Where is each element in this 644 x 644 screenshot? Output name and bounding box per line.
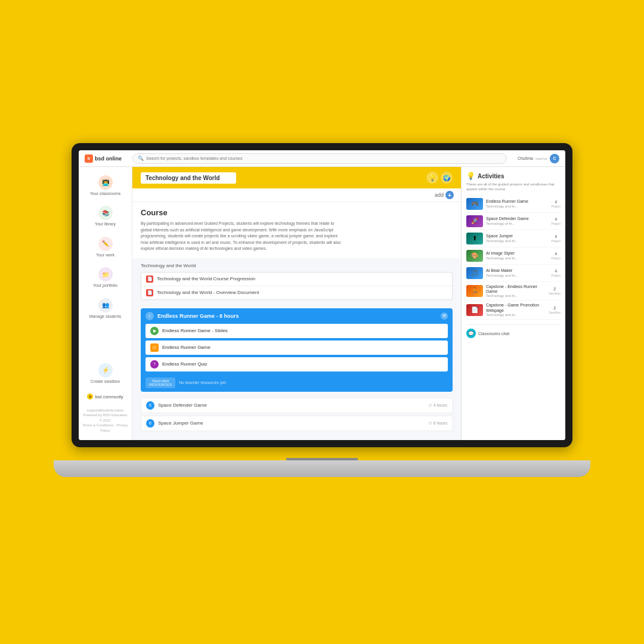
module-title: Endless Runner Game - 8 hours [157,313,437,319]
module-space-defender[interactable]: 6 Space Defender Game ⏱ 4 hours [141,398,453,413]
activity-info-3: AI Image Styler Technology and th... [486,251,548,259]
activity-name-0: Endless Runner Game [486,199,548,204]
work-avatar: ✏️ [98,237,113,251]
activity-info-5: Capstone - Endless Runner Game Technolog… [486,284,546,298]
community-label: bsd community [95,395,123,399]
activity-thumb-4: 🎵 [466,267,483,279]
students-avatar: 👥 [98,298,113,312]
badge-count-0: 4 [555,200,557,204]
top-navbar: b bsd online 🔍 Chutima teacher C [79,150,565,167]
course-item-overview[interactable]: 📄 Technology and the World - Overview Do… [141,286,452,299]
course-item-progression[interactable]: 📄 Technology and the World Course Progre… [141,273,452,286]
activity-badge-2: 4 Project [551,234,561,243]
activity-item-5[interactable]: 🏃 Capstone - Endless Runner Game Technol… [466,282,561,301]
module-close-button[interactable]: ✕ [441,312,448,320]
search-input[interactable] [146,156,501,160]
badge-count-3: 4 [555,252,557,256]
banner-icon-2: 🌍 [441,172,453,184]
activities-title: Activities [478,173,504,179]
user-avatar[interactable]: C [550,154,559,163]
activities-subtitle: These are all of the guided projects and… [466,182,561,192]
sidebar-footer: support@bsdeducation Powered by BSD Educ… [79,405,132,435]
module-items: ▶ Endless Runner Game - Slides ⊡ Endless… [141,324,453,375]
activity-name-5: Capstone - Endless Runner Game [486,284,546,295]
sidebar-item-sandbox[interactable]: ⚡ Create sandbox [79,360,132,388]
activity-item-1[interactable]: 🚀 Space Defender Game Technology of th..… [466,213,561,230]
sidebar-item-students[interactable]: 👥 Manage students [79,295,132,323]
main-layout: 👨‍💻 Your classrooms 📚 Your library ✏️ Yo… [79,167,565,440]
course-title-input[interactable] [141,172,236,184]
user-area: Chutima teacher C [518,154,559,163]
library-label: Your library [95,222,116,227]
activity-name-2: Space Jumper [486,234,548,239]
add-plus-button[interactable]: + [445,191,454,199]
sandbox-avatar: ⚡ [98,363,113,377]
portfolio-label: Your portfolio [93,283,117,288]
sidebar-item-portfolio[interactable]: 📁 Your portfolio [79,264,132,292]
course-list-title: Technology and the World [141,263,453,268]
badge-count-5: 2 [553,287,556,291]
activity-thumb-3: 🎨 [466,250,483,262]
activity-info-4: AI Beat Maker Technology and th... [486,268,548,277]
banner-icons: 💡 🌍 [426,172,453,184]
portfolio-avatar: 📁 [98,267,113,281]
user-role: teacher [535,157,547,160]
space-jumper-name: Space Jumper Game [158,420,203,426]
overview-icon: 📄 [146,289,153,296]
module-item-game[interactable]: ⊡ Endless Runner Game [145,340,448,355]
bsd-logo: b bsd online [85,154,122,163]
activity-course-3: Technology and th... [486,256,548,260]
badge-label-0: Project [551,205,561,208]
sidebar: 👨‍💻 Your classrooms 📚 Your library ✏️ Yo… [79,167,132,440]
module-header-icon: i [145,312,154,320]
badge-label-5: Sandbox [549,292,561,295]
module-footer: TEACHER RESOURCES No teacher resources y… [141,375,453,392]
activity-course-1: Technology of th... [486,222,548,225]
chat-icon[interactable]: 💬 [466,329,476,338]
sidebar-item-classrooms[interactable]: 👨‍💻 Your classrooms [79,172,132,200]
activity-info-1: Space Defender Game Technology of th... [486,216,548,225]
classrooms-label: Your classrooms [90,191,121,196]
badge-label-3: Project [551,256,561,260]
footer-copyright: Powered by BSD Education © 2021 [82,413,128,423]
activity-thumb-6: 📄 [466,304,483,316]
chat-label: Classrooms chat [478,332,509,336]
module-item-quiz[interactable]: ? Endless Runner Quiz [145,357,448,371]
badge-label-1: Project [551,222,561,225]
activity-course-6: Technology and th... [486,313,546,317]
sidebar-item-library[interactable]: 📚 Your library [79,202,132,230]
course-list-section: Technology and the World 📄 Technology an… [132,258,461,305]
activity-item-2[interactable]: ⬆ Space Jumper Technology and th... 4 Pr… [466,230,561,247]
quiz-icon: ? [150,360,159,369]
expanded-module: i Endless Runner Game - 8 hours ✕ ▶ Endl… [141,308,453,392]
badge-label-4: Project [551,274,561,277]
activity-badge-0: 4 Project [551,200,561,208]
more-modules: 6 Space Defender Game ⏱ 4 hours 6 Space … [132,395,461,436]
badge-label-6: Sandbox [549,311,561,314]
activity-item-4[interactable]: 🎵 AI Beat Maker Technology and th... 4 P… [466,265,561,282]
badge-count-6: 2 [553,306,556,310]
activity-item-0[interactable]: 🎮 Endless Runner Game Technology and th.… [466,196,561,213]
space-defender-name: Space Defender Game [158,402,207,408]
module-item-slides[interactable]: ▶ Endless Runner Game - Slides [145,324,448,338]
activity-thumb-5: 🏃 [466,285,483,297]
activity-item-6[interactable]: 📄 Capstone - Game Promotion Webpage Tech… [466,301,561,320]
module-space-jumper[interactable]: 6 Space Jumper Game ⏱ 6 hours [141,416,453,431]
course-description: By participating in advanced-level Guide… [141,221,343,252]
community-icon: b [87,394,93,400]
activity-info-0: Endless Runner Game Technology and th... [486,199,548,208]
overview-name: Technology and the World - Overview Docu… [157,290,259,295]
search-bar[interactable]: 🔍 [132,153,507,164]
laptop-base [54,460,590,477]
sidebar-item-work[interactable]: ✏️ Your work [79,233,132,261]
activity-item-3[interactable]: 🎨 AI Image Styler Technology and th... 4… [466,247,561,265]
user-name: Chutima [518,156,533,160]
sidebar-community[interactable]: b bsd community [79,390,132,403]
teacher-resources-button[interactable]: TEACHER RESOURCES [145,377,175,388]
game-name: Endless Runner Game [162,345,210,350]
activity-badge-6: 2 Sandbox [549,306,561,314]
space-jumper-hours: ⏱ 6 hours [429,421,447,425]
slides-name: Endless Runner Game - Slides [162,328,228,333]
activities-header: 💡 Activities [466,172,561,180]
activity-name-4: AI Beat Maker [486,268,548,273]
